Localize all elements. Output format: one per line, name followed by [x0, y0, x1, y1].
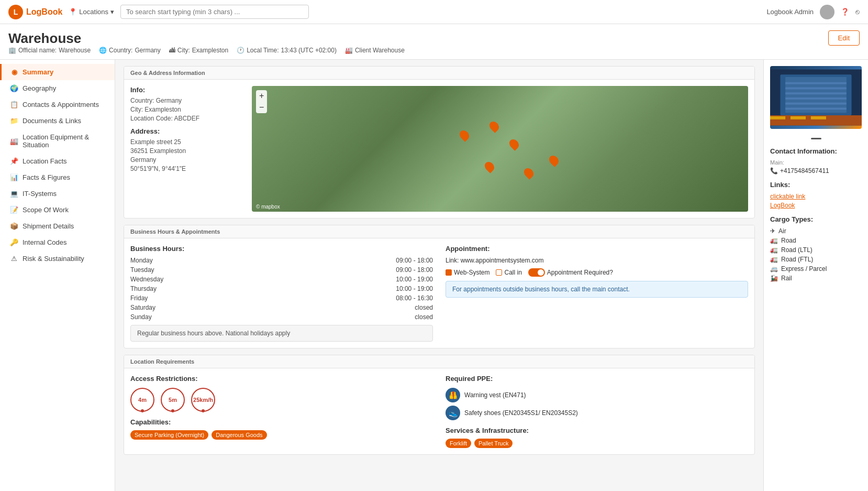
- ppe-vest-label: Warning vest (EN471): [464, 391, 526, 399]
- phone-icon: 📞: [770, 167, 778, 174]
- ppe-title: Required PPE:: [446, 375, 748, 383]
- contacts-icon: 📋: [10, 101, 18, 108]
- day-sunday: Sunday: [130, 313, 172, 321]
- cargo-express: 🚐 Express / Parcel: [770, 265, 862, 272]
- top-nav: L LogBook 📍 Locations ▾ Logbook Admin ❓ …: [0, 0, 868, 24]
- map-attribution: © mapbox: [256, 204, 280, 210]
- time-thursday: 10:00 - 19:00: [396, 285, 433, 292]
- geo-code-label: Location Code:: [130, 115, 173, 122]
- sidebar-item-summary[interactable]: ◉ Summary: [0, 64, 115, 80]
- facts-icon: 📊: [10, 173, 18, 181]
- geo-country: Country: Germany: [130, 97, 246, 104]
- right-panel: Contact Information: Main: 📞 +4175484567…: [763, 60, 868, 491]
- city-icon: 🏙: [169, 47, 175, 54]
- help-icon[interactable]: ❓: [841, 8, 849, 16]
- day-friday: Friday: [130, 294, 172, 302]
- appointment-section: Appointment: Link: www.appointmentsystem…: [446, 245, 748, 342]
- restriction-speed: 25km/h: [191, 388, 215, 412]
- locations-label: Locations: [79, 8, 108, 16]
- locations-nav[interactable]: 📍 Locations ▾: [69, 8, 114, 16]
- sidebar: ◉ Summary 🌍 Geography 📋 Contacts & Appoi…: [0, 60, 115, 491]
- sidebar-label-shipment: Shipment Details: [23, 222, 74, 230]
- cargo-air-label: Air: [778, 227, 786, 235]
- web-system-checkbox[interactable]: [446, 269, 452, 276]
- contact-info-title: Contact Information:: [770, 147, 862, 155]
- sidebar-item-codes[interactable]: 🔑 Internal Codes: [0, 234, 115, 250]
- geo-country-label: Country:: [130, 97, 154, 104]
- cargo-express-label: Express / Parcel: [781, 265, 827, 272]
- ppe-shoes: 👟 Safety shoes (EN20345S1/ EN20345S2): [446, 406, 748, 420]
- search-input[interactable]: [120, 5, 309, 19]
- appt-options: Web-System Call in Appointment Required?: [446, 268, 748, 277]
- geo-country-value: Germany: [156, 97, 182, 104]
- coords: 50°51'9"N, 9°44'1"E: [130, 165, 246, 172]
- time-tag: 🕐 Local Time: 13:43 (UTC +02:00): [237, 47, 337, 54]
- logbook-link[interactable]: LogBook: [770, 202, 862, 209]
- logout-icon[interactable]: ⎋: [855, 8, 860, 16]
- appt-required-label: Appointment Required?: [547, 269, 613, 276]
- official-name-value: Warehouse: [59, 47, 91, 54]
- it-icon: 💻: [10, 190, 18, 198]
- call-in-checkbox[interactable]: [496, 269, 502, 276]
- sidebar-item-scope[interactable]: 📝 Scope Of Work: [0, 202, 115, 218]
- main-label: Main:: [770, 159, 862, 166]
- summary-icon: ◉: [10, 68, 18, 76]
- access-restrictions: 4m 5m 25km/h: [130, 388, 433, 412]
- hours-section: Business Hours: Monday 09:00 - 18:00 Tue…: [130, 245, 433, 342]
- appt-required-opt: Appointment Required?: [528, 268, 613, 277]
- sidebar-item-documents[interactable]: 📁 Documents & Links: [0, 113, 115, 129]
- svg-rect-5: [785, 92, 847, 94]
- svg-rect-8: [785, 107, 847, 110]
- documents-icon: 📁: [10, 117, 18, 125]
- sidebar-item-contacts[interactable]: 📋 Contacts & Appointments: [0, 96, 115, 113]
- express-icon: 🚐: [770, 265, 778, 272]
- image-dots: [770, 133, 862, 141]
- sidebar-item-geography[interactable]: 🌍 Geography: [0, 80, 115, 96]
- svc-pallet: Pallet Truck: [474, 439, 513, 448]
- capabilities-title: Capabilities:: [130, 418, 433, 426]
- time-label: Local Time:: [247, 47, 279, 54]
- sidebar-item-equipment[interactable]: 🏭 Location Equipment & Situation: [0, 129, 115, 153]
- phone-value: +4175484567411: [780, 167, 829, 174]
- svg-rect-4: [785, 88, 847, 90]
- map-zoom-out[interactable]: −: [256, 102, 267, 113]
- appt-link-label: Link:: [446, 257, 459, 264]
- sidebar-item-facts-figures[interactable]: 📊 Facts & Figures: [0, 169, 115, 186]
- official-name-tag: 🏢 Official name: Warehouse: [8, 47, 91, 54]
- sidebar-label-summary: Summary: [23, 68, 53, 76]
- hours-thursday: Thursday 10:00 - 19:00: [130, 285, 433, 292]
- sidebar-label-codes: Internal Codes: [23, 238, 67, 246]
- air-icon: ✈: [770, 227, 775, 235]
- country-tag: 🌐 Country: Germany: [99, 47, 161, 54]
- appt-link-value: www.appointmentsystem.com: [461, 257, 544, 264]
- capabilities: Capabilities: Secure Parking (Overnight)…: [130, 418, 433, 440]
- svg-rect-12: [811, 116, 826, 119]
- time-saturday: closed: [415, 304, 433, 311]
- warehouse-icon: 🏭: [345, 47, 353, 54]
- access-title: Access Restrictions:: [130, 375, 433, 383]
- official-name-label: Official name:: [18, 47, 57, 54]
- hours-monday: Monday 09:00 - 18:00: [130, 257, 433, 264]
- geo-code: Location Code: ABCDEF: [130, 115, 246, 122]
- edit-button[interactable]: Edit: [828, 30, 860, 46]
- sidebar-label-risk: Risk & Sustainability: [23, 255, 84, 263]
- restriction-5m: 5m: [161, 388, 185, 412]
- city-tag: 🏙 City: Exampleston: [169, 47, 228, 54]
- sidebar-item-risk[interactable]: ⚠ Risk & Sustainability: [0, 250, 115, 267]
- clickable-link[interactable]: clickable link: [770, 193, 862, 200]
- time-value: 13:43 (UTC +02:00): [281, 47, 337, 54]
- sidebar-item-shipment[interactable]: 📦 Shipment Details: [0, 218, 115, 234]
- restriction-4m: 4m: [130, 388, 154, 412]
- map-zoom-in[interactable]: +: [256, 90, 267, 102]
- appointment-title: Appointment:: [446, 245, 748, 253]
- sidebar-item-it[interactable]: 💻 IT-Systems: [0, 186, 115, 202]
- day-monday: Monday: [130, 257, 172, 264]
- appt-required-toggle[interactable]: [528, 268, 545, 277]
- nav-right: Logbook Admin ❓ ⎋: [766, 5, 860, 19]
- svg-rect-7: [785, 103, 847, 105]
- sidebar-item-location-facts[interactable]: 📌 Location Facts: [0, 153, 115, 169]
- geo-city: City: Exampleston: [130, 106, 246, 113]
- services-title: Services & Infrastructure:: [446, 427, 748, 434]
- cargo-road-ftl-label: Road (FTL): [781, 256, 813, 263]
- logo-icon: L: [8, 5, 23, 19]
